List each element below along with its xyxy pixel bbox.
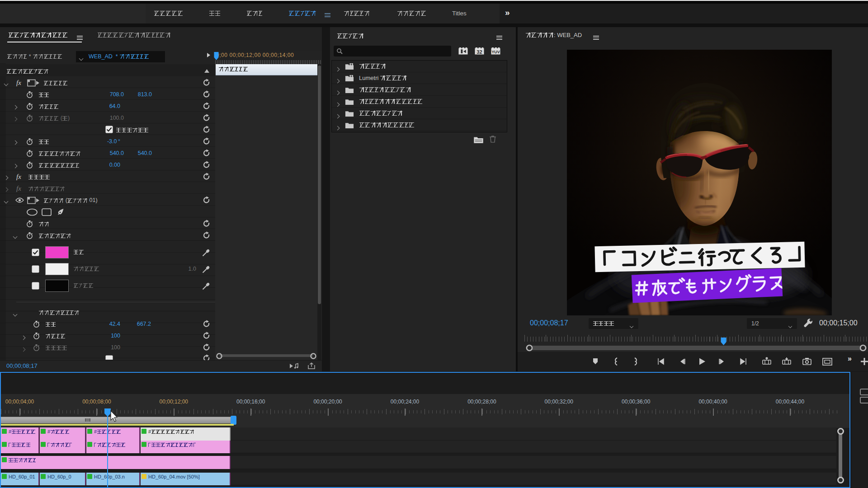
svg-text:32: 32: [476, 49, 482, 55]
svg-text:YUV: YUV: [492, 50, 500, 54]
